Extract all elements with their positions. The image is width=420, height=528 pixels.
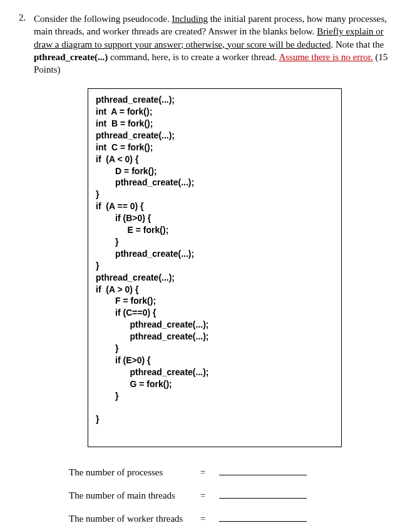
blank-main-threads[interactable] xyxy=(219,489,307,499)
code-box: pthread_create(...); int A = fork(); int… xyxy=(88,88,342,447)
q-text-3: . Note that the xyxy=(330,39,384,49)
answer-row-main-threads: The number of main threads = xyxy=(69,489,401,501)
answer-label-main-threads: The number of main threads xyxy=(69,490,200,501)
answer-row-processes: The number of processes = xyxy=(69,466,401,478)
answer-row-worker-threads: The number of worker threads = xyxy=(69,512,401,524)
blank-worker-threads[interactable] xyxy=(219,512,307,522)
answers-block: The number of processes = The number of … xyxy=(69,466,401,524)
question-block: 2. Consider the following pseudocode. In… xyxy=(19,13,401,76)
q-red-underline: Assume there is no error. xyxy=(279,52,372,62)
q-text-4: command, here, is to create a worker thr… xyxy=(108,52,279,62)
equals-2: = xyxy=(200,490,219,501)
answer-label-processes: The number of processes xyxy=(69,467,200,478)
question-text: Consider the following pseudocode. Inclu… xyxy=(34,13,401,76)
equals-1: = xyxy=(200,467,219,478)
answer-label-worker-threads: The number of worker threads xyxy=(69,514,200,524)
blank-processes[interactable] xyxy=(219,466,307,475)
equals-3: = xyxy=(200,514,219,524)
q-underline-1: Including xyxy=(172,14,208,24)
q-text-1: Consider the following pseudocode. xyxy=(34,14,172,24)
q-bold: pthread_create(...) xyxy=(34,52,108,62)
question-number: 2. xyxy=(19,13,34,23)
